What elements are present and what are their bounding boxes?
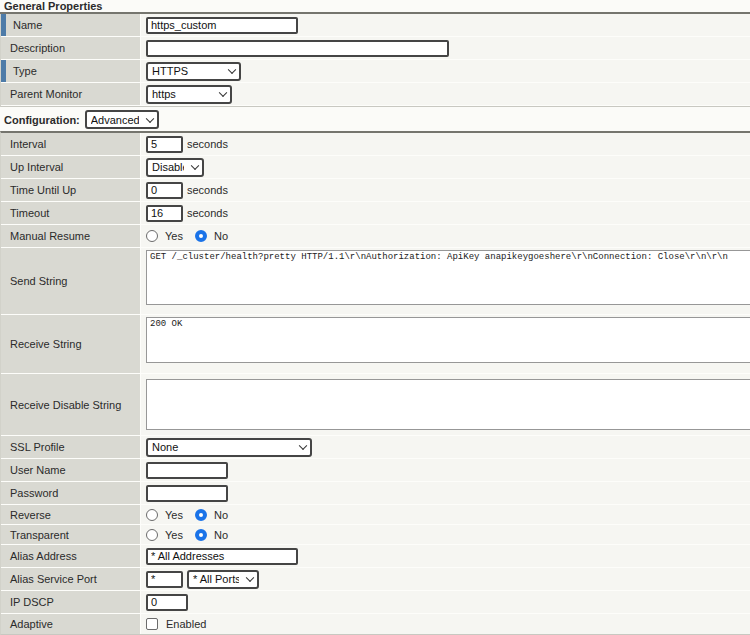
row-alias-address: Alias Address <box>1 545 750 568</box>
monitor-properties-page: General Properties Name Description Type… <box>0 0 750 635</box>
name-input[interactable] <box>146 17 298 34</box>
row-timeout: Timeout seconds <box>1 202 750 225</box>
row-interval: Interval seconds <box>1 133 750 156</box>
row-password: Password <box>1 482 750 505</box>
row-ip-dscp: IP DSCP <box>1 591 750 614</box>
row-send-string: Send String GET /_cluster/health?pretty … <box>1 248 750 315</box>
time-until-up-input[interactable] <box>146 182 183 199</box>
no-radio-label: No <box>214 509 228 521</box>
reverse-no-radio[interactable] <box>195 509 207 521</box>
row-type: Type HTTPS <box>1 60 750 83</box>
receive-disable-string-textarea[interactable] <box>146 379 750 430</box>
manual-resume-no-radio[interactable] <box>195 230 207 242</box>
ip-dscp-label: IP DSCP <box>10 596 54 608</box>
user-name-input[interactable] <box>146 462 228 479</box>
transparent-no-radio[interactable] <box>195 529 207 541</box>
interval-label: Interval <box>10 138 46 150</box>
transparent-yes-radio[interactable] <box>146 529 158 541</box>
name-label: Name <box>13 19 42 31</box>
alias-service-port-select[interactable]: * All Ports <box>187 570 259 589</box>
alias-service-port-label: Alias Service Port <box>10 573 97 585</box>
receive-disable-string-label: Receive Disable String <box>10 399 121 411</box>
ip-dscp-input[interactable] <box>146 594 188 611</box>
row-up-interval: Up Interval Disabled <box>1 156 750 179</box>
yes-radio-label: Yes <box>165 509 183 521</box>
manual-resume-yes-radio[interactable] <box>146 230 158 242</box>
row-alias-service-port: Alias Service Port * All Ports <box>1 568 750 591</box>
enabled-checkbox-label: Enabled <box>166 618 206 630</box>
row-receive-disable-string: Receive Disable String <box>1 374 750 436</box>
description-label: Description <box>10 42 65 54</box>
yes-radio-label: Yes <box>165 529 183 541</box>
configuration-mode-bar: Configuration: Advanced <box>0 107 750 131</box>
interval-suffix: seconds <box>187 138 228 150</box>
timeout-suffix: seconds <box>187 207 228 219</box>
receive-string-label: Receive String <box>10 338 82 350</box>
type-label: Type <box>13 65 37 77</box>
password-input[interactable] <box>146 485 228 502</box>
transparent-label: Transparent <box>10 529 69 541</box>
row-transparent: Transparent Yes No <box>1 525 750 545</box>
reverse-yes-radio[interactable] <box>146 509 158 521</box>
password-label: Password <box>10 487 58 499</box>
receive-string-textarea[interactable]: 200 OK <box>146 317 750 363</box>
interval-input[interactable] <box>146 136 183 153</box>
timeout-label: Timeout <box>10 207 49 219</box>
row-receive-string: Receive String 200 OK <box>1 315 750 374</box>
ssl-profile-label: SSL Profile <box>10 441 65 453</box>
row-parent-monitor: Parent Monitor https <box>1 83 750 106</box>
configuration-table: Interval seconds Up Interval Disabled Ti… <box>0 131 750 635</box>
configuration-label: Configuration: <box>4 114 80 126</box>
row-name: Name <box>1 14 750 37</box>
no-radio-label: No <box>214 529 228 541</box>
time-until-up-suffix: seconds <box>187 184 228 196</box>
timeout-input[interactable] <box>146 205 183 222</box>
ssl-profile-select[interactable]: None <box>146 438 312 457</box>
adaptive-enabled-checkbox[interactable] <box>146 618 158 630</box>
configuration-mode-select[interactable]: Advanced <box>85 110 159 129</box>
parent-monitor-select[interactable]: https <box>146 85 232 104</box>
general-properties-table: Name Description Type HTTPS Parent Monit… <box>0 14 750 107</box>
row-ssl-profile: SSL Profile None <box>1 436 750 459</box>
up-interval-select[interactable]: Disabled <box>146 158 204 177</box>
alias-address-input[interactable] <box>146 548 298 565</box>
general-properties-header: General Properties <box>0 0 750 14</box>
adaptive-label: Adaptive <box>10 618 53 630</box>
parent-monitor-label: Parent Monitor <box>10 88 82 100</box>
send-string-label: Send String <box>10 275 67 287</box>
row-time-until-up: Time Until Up seconds <box>1 179 750 202</box>
alias-service-port-input[interactable] <box>146 571 183 588</box>
no-radio-label: No <box>214 230 228 242</box>
description-input[interactable] <box>146 40 449 57</box>
user-name-label: User Name <box>10 464 66 476</box>
up-interval-label: Up Interval <box>10 161 63 173</box>
time-until-up-label: Time Until Up <box>10 184 76 196</box>
row-reverse: Reverse Yes No <box>1 505 750 525</box>
type-select[interactable]: HTTPS <box>146 62 241 81</box>
row-user-name: User Name <box>1 459 750 482</box>
alias-address-label: Alias Address <box>10 550 77 562</box>
row-manual-resume: Manual Resume Yes No <box>1 225 750 248</box>
row-adaptive: Adaptive Enabled <box>1 614 750 634</box>
manual-resume-label: Manual Resume <box>10 230 90 242</box>
yes-radio-label: Yes <box>165 230 183 242</box>
required-indicator <box>1 60 6 82</box>
required-indicator <box>1 14 6 36</box>
send-string-textarea[interactable]: GET /_cluster/health?pretty HTTP/1.1\r\n… <box>146 250 750 305</box>
reverse-label: Reverse <box>10 509 51 521</box>
row-description: Description <box>1 37 750 60</box>
